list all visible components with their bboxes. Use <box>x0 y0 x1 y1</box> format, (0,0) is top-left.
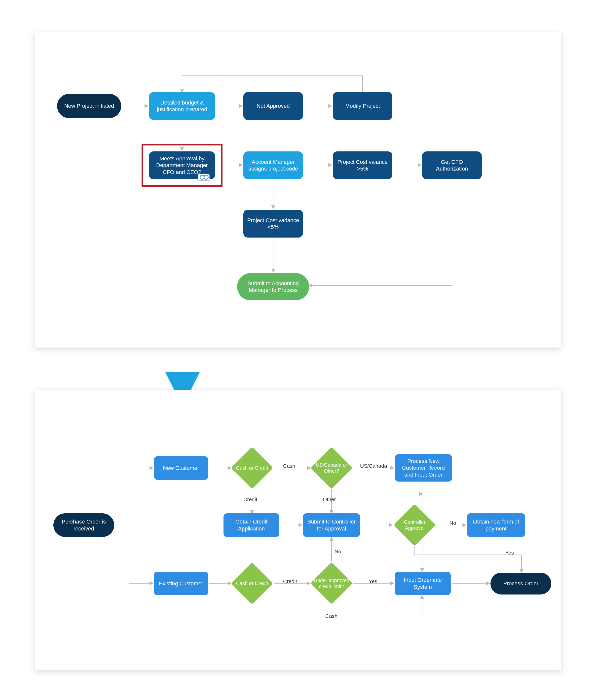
cash-or-credit-1-label: Cash or Credit <box>233 465 271 471</box>
edge-label-no1: No <box>450 520 456 526</box>
controller-approval-node[interactable]: Controller Approval <box>394 504 436 546</box>
input-order-node[interactable]: Input Order into System <box>395 572 451 595</box>
existing-customer-label: Existing Customer <box>159 580 203 587</box>
obtain-credit-label: Obtain Credit Application <box>226 518 277 532</box>
cash-or-credit-2-label: Cash or Credit <box>233 580 271 586</box>
cash-or-credit-2-node[interactable]: Cash or Credit <box>231 562 273 604</box>
obtain-payment-node[interactable]: Obtain new form of payment <box>467 513 525 537</box>
edge-label-other: Other <box>323 496 336 502</box>
controller-approval-label: Controller Approval <box>396 519 433 531</box>
edge-label-credit: Credit <box>243 496 257 502</box>
us-canada-node[interactable]: US/Canada or Other? <box>310 447 353 489</box>
us-canada-label: US/Canada or Other? <box>313 462 350 474</box>
input-order-label: Input Order into System <box>397 576 448 590</box>
edge-label-cash2: Cash <box>325 613 337 619</box>
process-new-label: Process New Customer Record and Input Or… <box>397 458 450 478</box>
existing-customer-node[interactable]: Existing Customer <box>154 572 208 595</box>
new-customer-label: New Customer <box>163 465 199 471</box>
edge-label-no2: No <box>334 549 341 555</box>
obtain-payment-label: Obtain new form of payment <box>469 518 523 532</box>
edge-label-yes2: Yes <box>369 579 377 584</box>
edge-label-cash: Cash <box>283 463 295 469</box>
po-start-label: Purchase Order is received <box>56 518 112 532</box>
edge-label-yes1: Yes <box>505 550 514 556</box>
under-limit-label: Under approved credit limit? <box>313 578 350 589</box>
cash-or-credit-1-node[interactable]: Cash or Credit <box>231 447 273 489</box>
process-new-node[interactable]: Process New Customer Record and Input Or… <box>395 454 452 482</box>
submit-controller-node[interactable]: Submit to Controller for Approval <box>303 513 360 537</box>
submit-controller-label: Submit to Controller for Approval <box>305 518 358 532</box>
process-order-label: Process Order <box>503 580 539 587</box>
new-customer-node[interactable]: New Customer <box>154 456 208 480</box>
bottom-diagram-canvas: Cash US/Canada Credit Other No Yes Credi… <box>35 390 561 670</box>
edge-label-credit2: Credit <box>283 579 297 584</box>
po-start-node[interactable]: Purchase Order is received <box>54 513 114 537</box>
obtain-credit-node[interactable]: Obtain Credit Application <box>224 513 279 537</box>
page: New Project initiated Detailed budget & … <box>0 0 594 700</box>
edge-label-uscanada: US/Canada <box>360 463 387 469</box>
process-order-node[interactable]: Process Order <box>490 573 551 595</box>
under-limit-node[interactable]: Under approved credit limit? <box>310 562 353 604</box>
